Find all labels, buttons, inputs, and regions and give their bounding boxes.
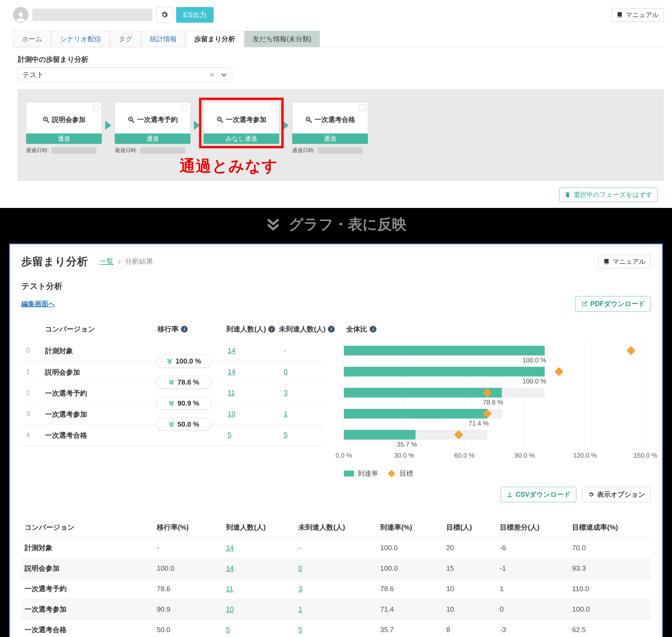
row-index: 2 xyxy=(26,389,30,397)
tab-scenario[interactable]: シナリオ配信 xyxy=(52,31,109,47)
phase-card-first-reserve[interactable]: 一次選考予約通過 xyxy=(115,102,190,144)
summary-cell: 11 xyxy=(223,579,295,599)
not-reached-count-link[interactable]: 3 xyxy=(284,389,288,397)
top-bar: ES出力 マニュアル xyxy=(13,7,664,23)
phase-card-body: 一次選考参加 xyxy=(204,102,279,133)
phase-checkbox[interactable] xyxy=(182,105,188,111)
reached-count-link[interactable]: 14 xyxy=(228,346,235,354)
tab-home[interactable]: ホーム xyxy=(14,31,51,47)
page-title: 歩留まり分析 xyxy=(21,254,88,269)
summary-header-cell: コンバージョン xyxy=(21,517,153,538)
clear-icon[interactable]: × xyxy=(210,70,215,79)
manual-button-top[interactable]: マニュアル xyxy=(611,8,664,22)
info-icon[interactable]: i xyxy=(268,326,275,332)
phase-checkbox[interactable] xyxy=(93,105,99,111)
phase-checkbox[interactable] xyxy=(271,105,277,111)
analysis-title: テスト分析 xyxy=(21,281,651,292)
remove-phase-button[interactable]: 選択中のフェーズをはずす xyxy=(559,187,658,202)
summary-cell: -3 xyxy=(496,620,569,637)
conversion-name: 計測対象 xyxy=(45,346,73,356)
tab-friend-info[interactable]: 友だち情報(未分類) xyxy=(244,31,320,47)
reached-count-link[interactable]: 5 xyxy=(226,626,230,634)
phase-name: 一次選考参加 xyxy=(226,115,267,124)
not-reached-count-link[interactable]: 1 xyxy=(298,605,302,613)
analysis-panel: 歩留まり分析 一覧 › 分析結果 マニュアル テスト分析 編集画面へ PDFダウ… xyxy=(9,243,663,637)
summary-cell: 一次選考予約 xyxy=(21,579,153,599)
redacted-date xyxy=(140,147,185,154)
not-reached-count-link[interactable]: 0 xyxy=(298,564,302,572)
not-reached-count-link[interactable]: 5 xyxy=(284,431,288,439)
settings-button[interactable] xyxy=(156,7,173,23)
phase-cards: 説明会参加通過通過日時:一次選考予約通過通過日時:一次選考参加みなし通過一次選考… xyxy=(26,102,656,154)
es-export-button[interactable]: ES出力 xyxy=(176,7,214,23)
summary-header-cell: 移行率(%) xyxy=(153,517,223,538)
summary-cell: 90.9 xyxy=(153,599,223,620)
arrow-right-icon xyxy=(194,121,200,130)
reach-bar-label: 35.7 % xyxy=(371,441,417,448)
pass-datetime: 通過日時: xyxy=(115,147,190,154)
transition-rate-pill: 78.6 % xyxy=(156,376,212,389)
breadcrumb-current: 分析結果 xyxy=(125,257,153,266)
tab-funnel[interactable]: 歩留まり分析 xyxy=(186,31,243,47)
reached-count-link[interactable]: 11 xyxy=(228,389,235,397)
sub-row: 編集画面へ PDFダウンロード xyxy=(21,296,651,311)
person-icon xyxy=(15,11,27,23)
reached-count-link[interactable]: 14 xyxy=(228,368,235,376)
redacted-date xyxy=(51,147,96,154)
book-icon xyxy=(603,258,610,265)
double-chevron-down-icon xyxy=(168,400,175,406)
csv-download-button[interactable]: CSVダウンロード xyxy=(501,487,576,502)
info-icon[interactable]: i xyxy=(181,326,188,332)
summary-cell: 93.3 xyxy=(569,558,651,579)
reached-count-link[interactable]: 14 xyxy=(226,564,234,572)
header-reached: 到達人数(人)i xyxy=(226,324,275,334)
reached-count-link[interactable]: 10 xyxy=(226,605,234,613)
breadcrumb-list-link[interactable]: 一覧 xyxy=(99,257,113,266)
summary-row: 説明会参加100.0140100.015-193.3 xyxy=(21,558,651,579)
not-reached-count-link[interactable]: 3 xyxy=(298,585,302,593)
info-icon[interactable]: i xyxy=(370,326,377,332)
phase-status-bar: 通過 xyxy=(26,133,102,144)
conversion-name: 一次選考参加 xyxy=(45,410,87,419)
manual-button-panel[interactable]: マニュアル xyxy=(598,255,651,268)
reached-count-link[interactable]: 10 xyxy=(228,410,235,418)
manual-button-label: マニュアル xyxy=(625,11,659,19)
display-options-button[interactable]: 表示オプション xyxy=(582,487,651,502)
tab-tag[interactable]: タグ xyxy=(110,31,141,47)
reached-count-link[interactable]: 14 xyxy=(226,544,234,552)
summary-cell: 0 xyxy=(496,599,569,620)
funnel-header: コンバージョン 移行率i 到達人数(人)i 未到達人数(人)i 全体比i xyxy=(21,323,651,340)
reached-count-link[interactable]: 5 xyxy=(228,431,231,439)
info-icon[interactable]: i xyxy=(328,326,335,332)
summary-header-cell: 目標差分(人) xyxy=(496,517,569,538)
not-reached-count-link[interactable]: 1 xyxy=(284,410,288,418)
phase-card-first-pass[interactable]: 一次選考合格通過 xyxy=(292,102,368,144)
header-transition-rate: 移行率i xyxy=(158,324,188,334)
reach-rate-swatch xyxy=(344,471,354,476)
summary-header-cell: 到達人数(人) xyxy=(223,517,295,538)
not-reached-count-link[interactable]: 5 xyxy=(298,626,302,634)
phase-checkbox[interactable] xyxy=(359,105,365,111)
phase-card-briefing[interactable]: 説明会参加通過 xyxy=(26,102,102,144)
book-icon xyxy=(616,12,623,18)
analysis-select[interactable]: テスト × xyxy=(18,68,232,82)
phase-card-first-attend[interactable]: 一次選考参加みなし通過 xyxy=(203,102,279,144)
reach-chart: 0.0 %30.0 %60.0 %90.0 %120.0 %150.0 %100… xyxy=(344,340,651,446)
pdf-download-button[interactable]: PDFダウンロード xyxy=(576,296,651,311)
tab-stats[interactable]: 統計情報 xyxy=(142,31,185,47)
magnifier-icon xyxy=(216,116,223,123)
manual-button-label: マニュアル xyxy=(612,257,646,266)
conversion-name: 説明会参加 xyxy=(45,368,80,377)
summary-cell: 78.6 xyxy=(377,579,443,599)
summary-cell: 20 xyxy=(443,538,496,558)
edit-link[interactable]: 編集画面へ xyxy=(21,299,55,308)
summary-cell: 100.0 xyxy=(377,558,443,579)
chevron-down-icon[interactable] xyxy=(220,71,228,78)
summary-row: 一次選考予約78.611378.6101110.0 xyxy=(21,579,651,599)
legend-label-reach: 到達率 xyxy=(358,469,378,478)
summary-row: 一次選考合格50.05535.78-362.5 xyxy=(21,620,651,637)
reach-bar xyxy=(344,388,502,398)
not-reached-count-link[interactable]: 0 xyxy=(284,368,288,376)
reached-count-link[interactable]: 11 xyxy=(226,585,233,593)
reach-bar-label: 78.6 % xyxy=(457,399,503,406)
